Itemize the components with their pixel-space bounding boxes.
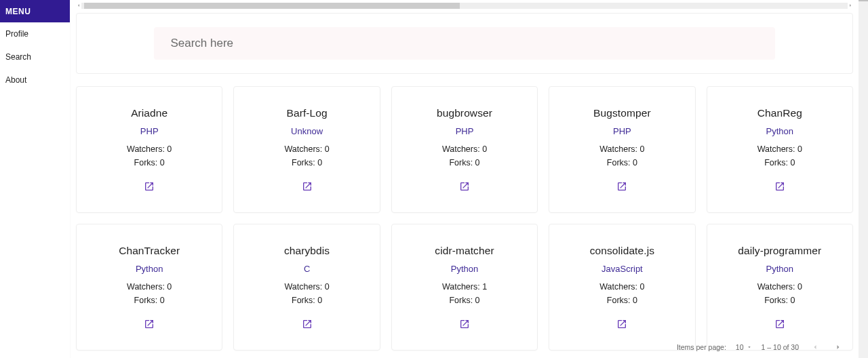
sidebar: MENU Profile Search About <box>0 0 71 358</box>
repo-card: charybdis C Watchers: 0 Forks: 0 <box>233 224 380 351</box>
repo-watchers: Watchers: 0 <box>83 282 215 292</box>
repo-name: Ariadne <box>83 107 215 119</box>
repo-language: PHP <box>556 126 688 136</box>
items-per-page-label: Items per page: <box>677 343 726 351</box>
sidebar-item-search[interactable]: Search <box>0 45 70 68</box>
repo-name: Barf-Log <box>241 107 372 119</box>
repo-language: Unknow <box>241 126 372 136</box>
repo-forks: Forks: 0 <box>714 158 846 167</box>
page-next-button[interactable] <box>831 340 845 354</box>
open-external-icon[interactable] <box>616 319 627 330</box>
open-external-icon[interactable] <box>459 181 470 192</box>
window-scrollbar-thumb[interactable] <box>859 0 868 1</box>
repo-watchers: Watchers: 0 <box>714 282 846 292</box>
main-content: Ariadne PHP Watchers: 0 Forks: 0 Barf-Lo… <box>71 0 859 358</box>
repo-forks: Forks: 0 <box>83 158 215 167</box>
open-external-icon[interactable] <box>144 319 155 330</box>
repo-card: consolidate.js JavaScript Watchers: 0 Fo… <box>549 224 695 351</box>
repo-card: cidr-matcher Python Watchers: 1 Forks: 0 <box>391 224 538 351</box>
repo-card: Ariadne PHP Watchers: 0 Forks: 0 <box>76 86 222 213</box>
repo-forks: Forks: 0 <box>399 296 530 305</box>
search-panel <box>76 13 853 74</box>
repo-forks: Forks: 0 <box>556 296 688 305</box>
open-external-icon[interactable] <box>302 181 313 192</box>
repo-name: charybdis <box>241 245 372 257</box>
tab-next-icon[interactable] <box>848 3 853 8</box>
repo-name: ChanReg <box>714 107 846 119</box>
items-per-page-value: 10 <box>736 343 744 351</box>
repo-language: PHP <box>83 126 215 136</box>
repo-watchers: Watchers: 0 <box>556 282 688 292</box>
chevron-down-icon <box>747 344 752 350</box>
repo-name: daily-programmer <box>714 245 846 257</box>
open-external-icon[interactable] <box>774 181 785 192</box>
open-external-icon[interactable] <box>616 181 627 192</box>
tab-scrollbar <box>76 2 853 9</box>
tab-scroll-track[interactable] <box>81 3 848 9</box>
repo-watchers: Watchers: 0 <box>241 282 372 292</box>
repo-watchers: Watchers: 1 <box>399 282 530 292</box>
repo-card: Barf-Log Unknow Watchers: 0 Forks: 0 <box>233 86 380 213</box>
repo-forks: Forks: 0 <box>714 296 846 305</box>
page-range: 1 – 10 of 30 <box>762 343 799 351</box>
repo-language: Python <box>399 264 530 274</box>
repo-name: Bugstomper <box>556 107 688 119</box>
repo-forks: Forks: 0 <box>399 158 530 167</box>
open-external-icon[interactable] <box>302 319 313 330</box>
repo-language: PHP <box>399 126 530 136</box>
open-external-icon[interactable] <box>774 319 785 330</box>
repo-forks: Forks: 0 <box>241 296 372 305</box>
repo-language: JavaScript <box>556 264 688 274</box>
tab-scroll-thumb[interactable] <box>84 3 460 9</box>
repo-watchers: Watchers: 0 <box>556 144 688 154</box>
sidebar-item-profile[interactable]: Profile <box>0 22 70 45</box>
open-external-icon[interactable] <box>144 181 155 192</box>
repo-card: ChanReg Python Watchers: 0 Forks: 0 <box>707 86 853 213</box>
repo-forks: Forks: 0 <box>83 296 215 305</box>
page-prev-button[interactable] <box>808 340 822 354</box>
window-scrollbar[interactable] <box>859 0 868 358</box>
items-per-page-select[interactable]: 10 <box>736 343 752 351</box>
repo-language: Python <box>83 264 215 274</box>
repo-name: consolidate.js <box>556 245 688 257</box>
repo-watchers: Watchers: 0 <box>399 144 530 154</box>
repo-name: bugbrowser <box>399 107 530 119</box>
repo-watchers: Watchers: 0 <box>714 144 846 154</box>
repo-name: ChanTracker <box>83 245 215 257</box>
repo-name: cidr-matcher <box>399 245 530 257</box>
pagination: Items per page: 10 1 – 10 of 30 <box>677 340 845 354</box>
repo-forks: Forks: 0 <box>556 158 688 167</box>
repo-watchers: Watchers: 0 <box>241 144 372 154</box>
repo-grid: Ariadne PHP Watchers: 0 Forks: 0 Barf-Lo… <box>76 86 853 351</box>
repo-card: Bugstomper PHP Watchers: 0 Forks: 0 <box>549 86 695 213</box>
repo-card: bugbrowser PHP Watchers: 0 Forks: 0 <box>391 86 538 213</box>
repo-language: C <box>241 264 372 274</box>
repo-card: ChanTracker Python Watchers: 0 Forks: 0 <box>76 224 222 351</box>
sidebar-title: MENU <box>0 0 70 22</box>
open-external-icon[interactable] <box>459 319 470 330</box>
search-input[interactable] <box>170 37 758 50</box>
sidebar-item-about[interactable]: About <box>0 68 70 92</box>
repo-card: daily-programmer Python Watchers: 0 Fork… <box>707 224 853 351</box>
tab-prev-icon[interactable] <box>76 3 81 8</box>
repo-language: Python <box>714 264 846 274</box>
repo-forks: Forks: 0 <box>241 158 372 167</box>
repo-watchers: Watchers: 0 <box>83 144 215 154</box>
repo-language: Python <box>714 126 846 136</box>
search-input-wrap <box>154 27 774 60</box>
